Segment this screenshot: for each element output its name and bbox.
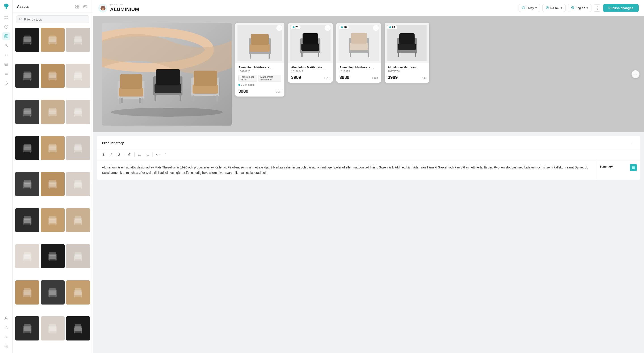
asset-thumbnail-5[interactable]	[41, 64, 65, 88]
filter-search-bar[interactable]	[16, 15, 89, 23]
svg-rect-71	[49, 115, 50, 117]
grid-nav-button[interactable]	[2, 13, 10, 21]
asset-thumbnail-12[interactable]	[66, 136, 90, 160]
asset-thumbnail-1[interactable]	[15, 28, 39, 52]
bold-button[interactable]: B	[100, 151, 107, 158]
svg-rect-160	[49, 325, 56, 328]
no-tax-label: No Tax	[550, 6, 559, 9]
compass-nav-button[interactable]	[2, 23, 10, 31]
svg-rect-28	[77, 7, 79, 8]
asset-thumbnail-3[interactable]	[66, 28, 90, 52]
code-button[interactable]: </>	[154, 151, 161, 158]
language-button[interactable]: English ▾	[568, 4, 592, 12]
summary-icon-button[interactable]	[630, 164, 637, 171]
underline-button[interactable]: U	[116, 151, 122, 158]
asset-thumbnail-11[interactable]	[41, 136, 65, 160]
svg-rect-116	[49, 223, 50, 225]
svg-rect-37	[30, 43, 31, 45]
card-sku-3: 10178768	[388, 70, 426, 73]
editor-toolbar: B I U	[96, 149, 640, 160]
publish-changes-button[interactable]: Publish changes	[603, 4, 639, 12]
italic-button[interactable]: I	[108, 151, 114, 158]
asset-thumbnail-26[interactable]	[41, 316, 65, 341]
settings-nav-button[interactable]	[2, 342, 10, 350]
svg-rect-184	[119, 98, 120, 104]
story-summary-panel: Summary	[596, 160, 640, 180]
asset-thumbnail-9[interactable]	[66, 100, 90, 124]
svg-rect-1	[6, 16, 8, 17]
app-logo[interactable]	[3, 3, 10, 10]
search-nav-button[interactable]	[2, 324, 10, 332]
svg-rect-64	[24, 111, 31, 114]
asset-thumbnail-7[interactable]	[15, 100, 39, 124]
story-title: Product story	[102, 141, 124, 145]
svg-rect-97	[30, 187, 31, 189]
asset-thumbnail-4[interactable]	[15, 64, 39, 88]
more-options-button[interactable]: ⋮	[594, 4, 601, 12]
user-profile-button[interactable]	[2, 314, 10, 322]
sidebar-image-view-button[interactable]	[82, 3, 88, 10]
apps-nav-button[interactable]	[2, 51, 10, 59]
link-button[interactable]	[126, 151, 132, 158]
asset-thumbnail-21[interactable]	[66, 244, 90, 268]
asset-thumbnail-18[interactable]	[66, 208, 90, 232]
asset-thumbnail-8[interactable]	[41, 100, 65, 124]
card-more-button-1[interactable]: ⋮	[325, 25, 330, 31]
list-ordered-button[interactable]: 1. 2. 3.	[144, 151, 151, 158]
list-nav-button[interactable]	[2, 70, 10, 78]
filter-input[interactable]	[24, 18, 86, 21]
asset-thumbnail-20[interactable]	[41, 244, 65, 268]
sidebar-grid-view-button[interactable]	[74, 3, 80, 10]
asset-thumbnail-15[interactable]	[66, 172, 90, 196]
svg-rect-137	[81, 259, 82, 261]
asset-thumbnail-2[interactable]	[41, 28, 65, 52]
svg-rect-190	[156, 69, 180, 85]
asset-thumbnail-25[interactable]	[15, 316, 39, 341]
asset-thumbnail-13[interactable]	[15, 172, 39, 196]
asset-thumbnail-6[interactable]	[66, 64, 90, 88]
asset-thumbnail-24[interactable]	[66, 280, 90, 305]
carousel-next-button[interactable]: →	[632, 70, 640, 78]
asset-thumbnail-22[interactable]	[15, 280, 39, 305]
asset-thumbnail-17[interactable]	[41, 208, 65, 232]
card-badge-3: 20	[387, 25, 397, 29]
svg-rect-156	[24, 332, 24, 334]
svg-rect-182	[119, 88, 143, 96]
quote-button[interactable]: "	[162, 151, 169, 158]
badge-count-3: 20	[392, 26, 395, 29]
topbar: 🐻 Product ALUMINIUM Pretty ▾	[93, 0, 644, 16]
story-more-button[interactable]: ⋮	[631, 140, 635, 145]
asset-thumbnail-27[interactable]	[66, 316, 90, 341]
people-nav-button[interactable]	[2, 41, 10, 50]
svg-rect-80	[24, 144, 31, 148]
badge-count-2: 20	[344, 26, 346, 29]
translate-nav-button[interactable]: Aa	[2, 333, 10, 341]
book-nav-button[interactable]	[2, 32, 10, 40]
svg-rect-202	[251, 34, 269, 45]
card-more-button-0[interactable]: ⋮	[276, 25, 282, 31]
no-tax-button[interactable]: No Tax ▾	[542, 4, 566, 12]
product-name-heading: ALUMINIUM	[110, 6, 139, 12]
asset-thumbnail-10[interactable]	[15, 136, 39, 160]
product-type-label: Product	[110, 4, 139, 6]
svg-rect-146	[49, 295, 50, 297]
asset-thumbnail-16[interactable]	[15, 208, 39, 232]
pretty-button[interactable]: Pretty ▾	[518, 4, 540, 12]
story-text[interactable]: Aluminium är en sittfåtölj designad av M…	[96, 160, 596, 180]
list-unordered-button[interactable]	[136, 151, 143, 158]
asset-thumbnail-19[interactable]	[15, 244, 39, 268]
svg-rect-107	[81, 187, 82, 189]
svg-rect-112	[30, 223, 31, 225]
asset-thumbnail-23[interactable]	[41, 280, 65, 305]
navigation-icon-bar: Aa	[0, 0, 12, 353]
card-more-button-2[interactable]: ⋮	[373, 25, 379, 31]
image-nav-button[interactable]	[2, 60, 10, 68]
product-icon: 🐻	[98, 3, 107, 12]
asset-thumbnail-14[interactable]	[41, 172, 65, 196]
svg-rect-130	[49, 252, 56, 256]
svg-text:Aa: Aa	[5, 336, 8, 338]
svg-point-170	[524, 7, 524, 7]
card-title-3: Aluminium Mattbors...	[388, 66, 426, 69]
sync-nav-button[interactable]	[2, 79, 10, 87]
card-body-0: Aluminium Mattborsta ... 10694220 Tärnsj…	[235, 63, 284, 96]
